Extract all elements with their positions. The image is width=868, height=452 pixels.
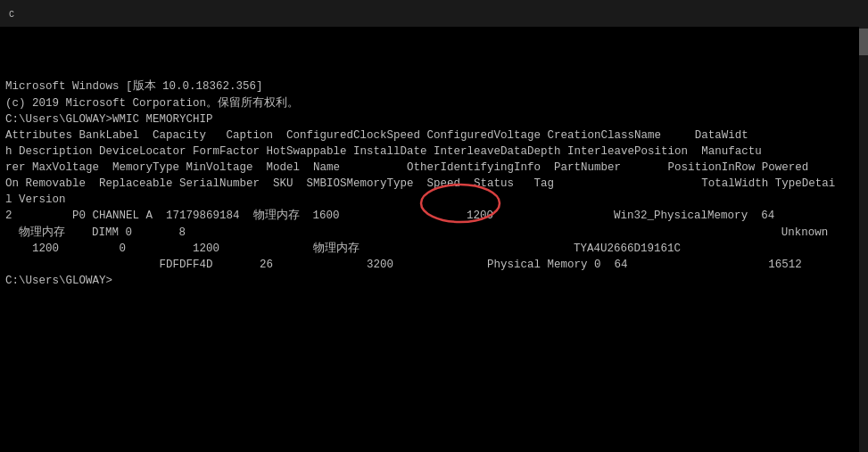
console-line: h Description DeviceLocator FormFactor H… [5, 144, 863, 160]
console-line: rer MaxVoltage MemoryType MinVoltage Mod… [5, 160, 863, 176]
minimize-button[interactable] [738, 0, 779, 27]
scrollbar[interactable] [859, 27, 868, 452]
console-line: Attributes BankLabel Capacity Caption Co… [5, 127, 863, 144]
cmd-window: C Microsoft Windows [版本 10.0.18362.356](… [0, 0, 868, 452]
console-line: On Removable Replaceable SerialNumber SK… [5, 176, 863, 192]
console-output[interactable]: Microsoft Windows [版本 10.0.18362.356](c)… [0, 27, 868, 452]
svg-text:C: C [9, 10, 14, 20]
console-line: 物理内存 DIMM 0 8 Unknown [5, 225, 863, 241]
console-line: C:\Users\GLOWAY>WMIC MEMORYCHIP [5, 111, 863, 127]
console-line: Microsoft Windows [版本 10.0.18362.356] [5, 78, 863, 95]
console-line: l Version [5, 192, 863, 208]
console-line: (c) 2019 Microsoft Corporation。保留所有权利。 [5, 95, 863, 111]
title-bar: C [0, 0, 868, 27]
console-line: 1200 0 1200 物理内存 TYA4U2666D19161C [5, 241, 863, 257]
console-line: C:\Users\GLOWAY> [5, 273, 863, 289]
title-bar-left: C [7, 6, 27, 21]
maximize-button[interactable] [779, 0, 820, 27]
console-line: 2 P0 CHANNEL A 17179869184 物理内存 1600 120… [5, 208, 863, 224]
close-button[interactable] [820, 0, 861, 27]
scrollbar-thumb[interactable] [859, 29, 868, 55]
console-line: FDFDFF4D 26 3200 Physical Memory 0 64 16… [5, 257, 863, 273]
cmd-icon: C [7, 6, 21, 21]
title-bar-controls [738, 0, 861, 27]
